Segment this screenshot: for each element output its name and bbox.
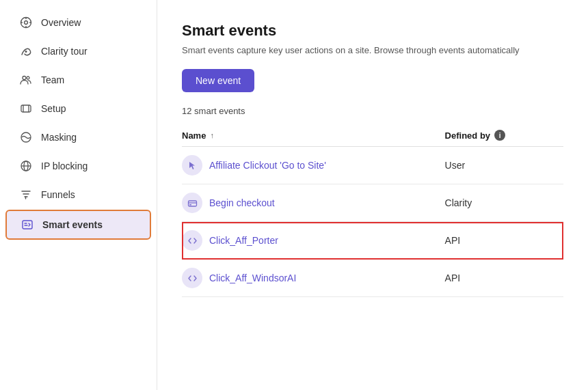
event-icon-code-1 (182, 230, 202, 251)
page-description: Smart events capture key user actions on… (182, 45, 551, 55)
sidebar-item-masking[interactable]: Masking (5, 124, 151, 151)
team-icon (19, 73, 33, 87)
svg-rect-9 (21, 105, 31, 112)
funnels-icon (19, 188, 33, 201)
events-table: Name ↑ Defined by i (182, 124, 563, 297)
svg-point-6 (25, 51, 27, 53)
event-icon-code-2 (182, 268, 202, 288)
new-event-button[interactable]: New event (182, 69, 254, 92)
sidebar: Overview Clarity tour Team (0, 0, 157, 390)
clarity-tour-icon (19, 44, 33, 58)
sidebar-item-ip-blocking[interactable]: IP blocking (5, 152, 151, 180)
defined-by-cell-4: API (445, 260, 563, 297)
table-row: Begin checkout Clarity (182, 184, 563, 222)
table-row: Affiliate Clickout 'Go to Site' User (182, 147, 563, 184)
sidebar-item-overview[interactable]: Overview (5, 9, 151, 36)
sidebar-item-ip-blocking-label: IP blocking (41, 161, 88, 171)
table-row-highlighted: Click_Aff_Porter API (182, 222, 563, 260)
svg-point-1 (25, 21, 28, 25)
sort-icon: ↑ (210, 131, 214, 139)
sidebar-item-funnels-label: Funnels (41, 189, 75, 200)
sidebar-item-setup[interactable]: Setup (5, 95, 151, 122)
events-table-body: Affiliate Clickout 'Go to Site' User (182, 147, 563, 297)
smart-events-icon (21, 218, 34, 232)
event-link-2[interactable]: Begin checkout (209, 197, 275, 208)
overview-icon (19, 16, 33, 29)
sidebar-item-clarity-tour-label: Clarity tour (41, 46, 88, 57)
sidebar-item-overview-label: Overview (41, 17, 81, 28)
svg-rect-23 (188, 201, 196, 206)
sidebar-item-smart-events[interactable]: Smart events (5, 210, 151, 240)
sidebar-item-funnels[interactable]: Funnels (5, 181, 151, 208)
col-header-name[interactable]: Name ↑ (182, 124, 445, 147)
sidebar-item-team[interactable]: Team (5, 66, 151, 94)
setup-icon (19, 102, 33, 115)
sidebar-item-masking-label: Masking (41, 132, 77, 143)
col-header-defined-by: Defined by i (445, 124, 563, 147)
event-link-4[interactable]: Click_Aff_WindsorAI (209, 273, 296, 283)
main-content: Smart events Smart events capture key us… (157, 0, 588, 390)
svg-point-8 (27, 76, 29, 79)
masking-icon (19, 130, 33, 144)
event-name-cell: Affiliate Clickout 'Go to Site' (182, 147, 445, 184)
ip-blocking-icon (19, 159, 33, 173)
event-link-3[interactable]: Click_Aff_Porter (209, 235, 278, 246)
events-count: 12 smart events (182, 106, 563, 116)
sidebar-item-smart-events-label: Smart events (42, 219, 103, 230)
event-name-cell: Click_Aff_Porter (182, 222, 445, 260)
event-link-1[interactable]: Affiliate Clickout 'Go to Site' (209, 160, 326, 171)
event-name-cell: Begin checkout (182, 184, 445, 222)
event-icon-card (182, 193, 202, 213)
svg-point-7 (23, 76, 26, 80)
svg-rect-20 (23, 221, 32, 229)
info-icon: i (494, 130, 505, 141)
event-name-cell: Click_Aff_WindsorAI (182, 260, 445, 297)
sidebar-item-setup-label: Setup (41, 103, 66, 114)
defined-by-cell-2: Clarity (445, 184, 563, 222)
svg-rect-25 (189, 204, 191, 206)
sidebar-item-clarity-tour[interactable]: Clarity tour (5, 38, 151, 65)
sidebar-item-team-label: Team (41, 74, 64, 85)
table-header: Name ↑ Defined by i (182, 124, 563, 147)
defined-by-cell-3: API (445, 222, 563, 260)
event-icon-cursor (182, 155, 202, 176)
page-title: Smart events (182, 22, 563, 40)
table-row: Click_Aff_WindsorAI API (182, 260, 563, 297)
defined-by-cell-1: User (445, 147, 563, 184)
